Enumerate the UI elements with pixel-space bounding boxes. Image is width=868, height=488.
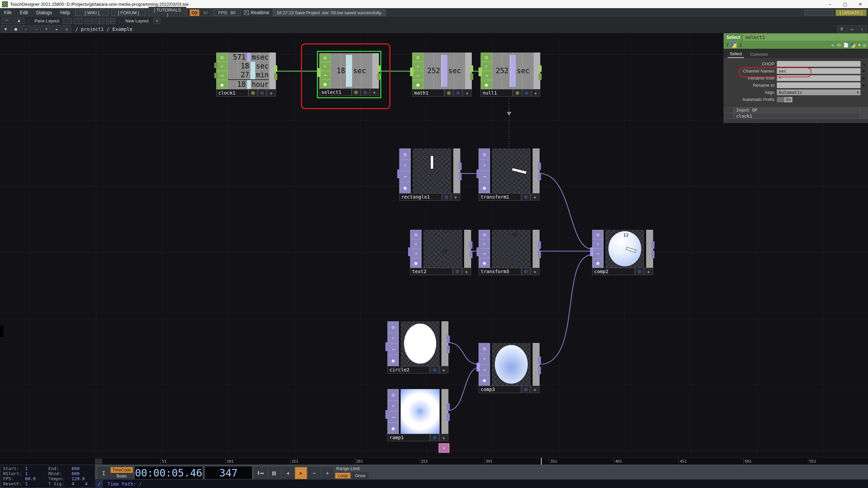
end-value[interactable]: 600 xyxy=(72,466,95,471)
cook-flag-icon[interactable]: ⚡ xyxy=(412,62,424,71)
menu-file[interactable]: File xyxy=(4,10,12,15)
align-dropdown[interactable]: Automatic▼ xyxy=(777,89,861,95)
clone-toggle-button[interactable] xyxy=(442,193,451,201)
viewer-flag-icon[interactable]: ◎ xyxy=(387,321,399,332)
bypass-flag-icon[interactable]: ● xyxy=(412,80,424,89)
node-viewer[interactable]: 571msec 18sec 27min 18hour xyxy=(228,53,269,89)
rstart-value[interactable]: 1 xyxy=(25,471,48,476)
node-rectangle1[interactable]: ◎⚡→● rectangle1 ✚ xyxy=(399,148,460,201)
node-name[interactable]: clock1 xyxy=(216,89,248,97)
node-comp2[interactable]: ◎⚡→● 12 comp2 ✚ xyxy=(592,230,653,275)
cook-flag-icon[interactable]: ⚡ xyxy=(481,62,492,71)
layout-preset-grid[interactable] xyxy=(106,18,115,24)
viewer-flag-icon[interactable]: ◎ xyxy=(412,53,424,62)
rend-value[interactable]: 600 xyxy=(72,471,95,476)
play-button[interactable]: ▶ xyxy=(295,467,307,479)
input-connector[interactable] xyxy=(590,247,593,256)
maximize-pane-icon[interactable]: ▭ xyxy=(847,25,856,33)
clone-toggle-button[interactable] xyxy=(430,366,439,373)
node-name[interactable]: text2 xyxy=(410,268,453,275)
export-flag-icon[interactable]: → xyxy=(592,249,604,258)
viewer-toggle-button[interactable] xyxy=(351,88,361,96)
bypass-flag-icon[interactable]: ● xyxy=(479,375,490,386)
play-reverse-button[interactable]: ◀ xyxy=(282,467,294,479)
layout-preset-three[interactable] xyxy=(95,18,104,24)
node-comp3[interactable]: ◎⚡→● comp3 ✚ xyxy=(479,343,540,393)
bypass-flag-icon[interactable]: ● xyxy=(319,80,331,88)
cook-flag-icon[interactable]: ⚡ xyxy=(319,62,331,71)
node-add-button[interactable]: ✚ xyxy=(439,434,448,441)
insert-button[interactable]: I xyxy=(98,467,110,479)
node-transform3[interactable]: ◎⚡→● 12 transform3 ✚ xyxy=(479,230,540,275)
info-icon[interactable]: i xyxy=(739,42,742,48)
tutorials-button[interactable]: [ TUTORIALS ] xyxy=(148,7,186,18)
node-clock1[interactable]: ◎⚡→● 571msec 18sec 27min 18hour clock1 ✚ xyxy=(216,53,276,97)
clone-toggle-button[interactable] xyxy=(521,386,530,393)
cook-flag-icon[interactable]: ⚡ xyxy=(592,239,604,249)
viewer-flag-icon[interactable]: ◎ xyxy=(479,230,490,239)
node-name[interactable]: select1 xyxy=(319,88,351,96)
node-add-button[interactable]: ✚ xyxy=(530,193,540,201)
viewer-flag-icon[interactable]: ◎ xyxy=(410,230,422,239)
comment-pencil-icon[interactable]: ✎ xyxy=(831,42,834,48)
bypass-flag-icon[interactable]: ● xyxy=(399,182,411,193)
viewer-flag-icon[interactable]: ◎ xyxy=(319,53,331,62)
rename-to-field[interactable] xyxy=(777,82,861,88)
node-name[interactable]: comp2 xyxy=(592,268,635,275)
clone-toggle-button[interactable] xyxy=(522,89,531,97)
update-button[interactable]: [ UPDATE ] xyxy=(835,9,867,16)
node-name[interactable]: transform3 xyxy=(479,268,521,275)
node-add-button[interactable]: ✚ xyxy=(267,89,276,97)
clone-toggle-button[interactable] xyxy=(453,89,463,97)
menu-dialogs[interactable]: Dialogs xyxy=(36,10,52,15)
node-viewer[interactable] xyxy=(399,389,441,434)
output-connector[interactable] xyxy=(470,65,473,72)
output-connector[interactable] xyxy=(539,74,542,80)
chop-drag-arrow-icon[interactable]: ↘ xyxy=(861,61,867,67)
wiki-button[interactable]: [ WIKI ] xyxy=(75,9,108,16)
pause-button[interactable]: ▌▌ xyxy=(268,467,281,479)
zero-button[interactable]: 0 xyxy=(837,25,846,33)
output-connector[interactable] xyxy=(469,241,472,249)
menu-help[interactable]: Help xyxy=(60,10,70,15)
node-name[interactable]: comp3 xyxy=(479,386,521,393)
node-name[interactable]: circle2 xyxy=(387,366,430,373)
input-connector[interactable] xyxy=(477,363,480,371)
tab-select[interactable]: Select xyxy=(728,50,744,58)
viewer-flag-icon[interactable]: ◎ xyxy=(479,343,490,354)
oi-toggle[interactable]: O|I xyxy=(190,9,199,16)
tsig-value[interactable]: 4 4 xyxy=(72,481,95,486)
output-connector[interactable] xyxy=(447,413,450,421)
node-add-button[interactable]: ✚ xyxy=(463,89,472,97)
output-connector[interactable] xyxy=(447,403,450,411)
viewer-flag-icon[interactable]: ◎ xyxy=(216,53,228,62)
input-connector[interactable] xyxy=(477,247,480,256)
input-connector[interactable] xyxy=(317,68,321,77)
viewer-toggle-button[interactable] xyxy=(248,89,258,97)
close-button[interactable]: ✕ xyxy=(853,2,868,7)
bypass-flag-icon[interactable]: ● xyxy=(387,423,399,434)
output-connector[interactable] xyxy=(538,367,541,374)
copy-parameters-icon[interactable] xyxy=(844,43,848,47)
bookmark-star-icon[interactable]: ★ xyxy=(52,25,61,33)
node-add-button[interactable]: ✚ xyxy=(370,88,379,96)
clone-toggle-button[interactable] xyxy=(635,268,644,275)
export-flag-icon[interactable]: → xyxy=(479,171,490,182)
node-viewer[interactable] xyxy=(490,343,532,386)
input-connector[interactable] xyxy=(408,247,411,256)
cook-flag-icon[interactable]: ⚡ xyxy=(387,332,399,344)
input-connector[interactable] xyxy=(385,410,389,419)
input-connector[interactable] xyxy=(477,169,480,178)
export-flag-icon[interactable]: → xyxy=(481,71,492,80)
jump-to-start-button[interactable]: ▌◀◀ xyxy=(254,467,267,479)
stop-icon[interactable]: ■ xyxy=(11,25,20,33)
node-add-button[interactable]: ✚ xyxy=(530,268,540,275)
node-null1[interactable]: ◎⚡→● 252sec null1 ✚ xyxy=(481,53,540,97)
forward-icon[interactable]: → xyxy=(32,25,41,33)
output-connector[interactable] xyxy=(538,251,541,258)
output-connector[interactable] xyxy=(274,74,277,80)
node-math1[interactable]: ◎⚡→● 252sec math1 ✚ xyxy=(412,53,472,97)
node-add-button[interactable]: ✚ xyxy=(462,268,471,275)
node-viewer[interactable] xyxy=(411,148,453,193)
output-connector[interactable] xyxy=(447,336,450,343)
